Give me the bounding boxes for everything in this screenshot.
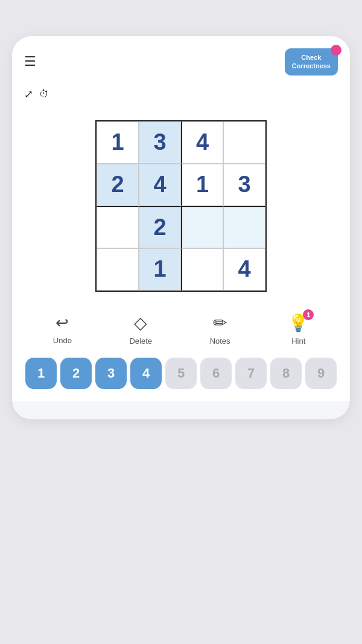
sudoku-grid[interactable]: 1342413214 <box>95 120 267 292</box>
check-button-wrapper: CheckCorrectness <box>285 48 338 76</box>
app-card: ☰ CheckCorrectness ⤢ ⏱ 1342413214 ↩Undo◇… <box>12 36 350 419</box>
cell-r2-c2[interactable] <box>181 206 223 248</box>
num-btn-7[interactable]: 7 <box>235 358 267 389</box>
num-btn-4[interactable]: 4 <box>130 358 162 389</box>
delete-icon: ◇ <box>134 313 147 333</box>
tool-notes[interactable]: ✏Notes <box>210 313 230 346</box>
num-btn-3[interactable]: 3 <box>95 358 127 389</box>
cell-r2-c1[interactable]: 2 <box>139 206 181 248</box>
hint-badge: 1 <box>303 309 314 320</box>
notes-label: Notes <box>210 336 230 346</box>
notes-icon: ✏ <box>213 313 227 333</box>
timer-row: ⤢ ⏱ <box>12 82 350 108</box>
cell-r2-c3[interactable] <box>223 206 265 248</box>
cell-r0-c0[interactable]: 1 <box>97 121 139 164</box>
cell-r3-c0[interactable] <box>97 248 139 291</box>
numpad: 123456789 <box>12 352 350 401</box>
num-btn-8[interactable]: 8 <box>270 358 302 389</box>
cell-r3-c2[interactable] <box>181 248 223 291</box>
undo-label: Undo <box>53 336 72 345</box>
cell-r0-c3[interactable] <box>223 121 265 164</box>
timer: ⏱ <box>39 89 52 100</box>
menu-icon[interactable]: ☰ <box>24 55 36 68</box>
cell-r3-c3[interactable]: 4 <box>223 248 265 291</box>
num-btn-6[interactable]: 6 <box>200 358 232 389</box>
num-btn-1[interactable]: 1 <box>25 358 57 389</box>
tool-delete[interactable]: ◇Delete <box>129 313 152 346</box>
page-title <box>169 0 193 36</box>
cell-r0-c1[interactable]: 3 <box>139 121 181 164</box>
cell-r1-c3[interactable]: 3 <box>223 164 265 206</box>
cell-r0-c2[interactable]: 4 <box>181 121 223 164</box>
app-header: ☰ CheckCorrectness <box>12 36 350 82</box>
check-badge <box>331 45 341 56</box>
cell-r1-c0[interactable]: 2 <box>97 164 139 206</box>
delete-label: Delete <box>129 336 152 346</box>
tool-undo[interactable]: ↩Undo <box>53 314 72 345</box>
tool-hint[interactable]: 💡Hint1 <box>288 313 309 346</box>
cell-r3-c1[interactable]: 1 <box>139 248 181 291</box>
expand-icon[interactable]: ⤢ <box>24 88 33 101</box>
grid-container: 1342413214 <box>12 108 350 301</box>
check-correctness-button[interactable]: CheckCorrectness <box>285 48 338 76</box>
cell-r2-c0[interactable] <box>97 206 139 248</box>
cell-r1-c1[interactable]: 4 <box>139 164 181 206</box>
cell-r1-c2[interactable]: 1 <box>181 164 223 206</box>
toolbar: ↩Undo◇Delete✏Notes💡Hint1 <box>12 301 350 352</box>
hint-label: Hint <box>291 336 305 346</box>
clock-icon: ⏱ <box>39 89 49 100</box>
num-btn-2[interactable]: 2 <box>60 358 92 389</box>
num-btn-5[interactable]: 5 <box>165 358 197 389</box>
num-btn-9[interactable]: 9 <box>305 358 337 389</box>
undo-icon: ↩ <box>56 314 69 332</box>
